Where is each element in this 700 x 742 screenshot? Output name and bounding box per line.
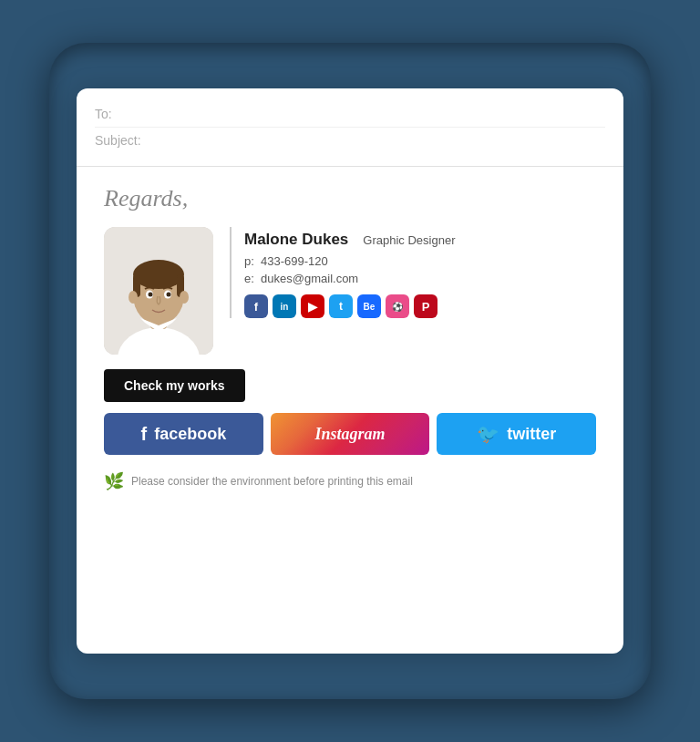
phone-label: p: bbox=[244, 254, 254, 268]
subject-field: Subject: bbox=[95, 128, 605, 153]
regards-text: Regards, bbox=[104, 185, 596, 212]
sig-phone: p: 433-699-120 bbox=[244, 254, 455, 268]
leaf-icon: 🌿 bbox=[104, 471, 124, 491]
email-value: dukes@gmail.com bbox=[261, 272, 358, 285]
svg-point-11 bbox=[129, 291, 138, 304]
twitter-button[interactable]: 🐦 twitter bbox=[437, 413, 596, 455]
svg-point-4 bbox=[133, 260, 184, 289]
dribbble-icon[interactable]: ⚽ bbox=[386, 294, 409, 318]
twitter-btn-icon: 🐦 bbox=[477, 423, 499, 445]
facebook-icon[interactable]: f bbox=[244, 294, 268, 318]
footer-text: Please consider the environment before p… bbox=[131, 475, 413, 488]
facebook-btn-icon: f bbox=[140, 424, 147, 445]
twitter-small-icon[interactable]: t bbox=[329, 294, 353, 318]
device-wrapper: To: Subject: Regards, bbox=[49, 43, 651, 699]
social-icons-row: f in ▶ t Be ⚽ P bbox=[244, 294, 455, 318]
linkedin-icon[interactable]: in bbox=[273, 294, 296, 318]
sig-title: Graphic Designer bbox=[363, 233, 455, 247]
twitter-btn-label: twitter bbox=[507, 425, 556, 444]
phone-value: 433-699-120 bbox=[261, 254, 328, 268]
sig-email: e: dukes@gmail.com bbox=[244, 272, 455, 285]
facebook-btn-label: facebook bbox=[154, 425, 226, 444]
svg-point-10 bbox=[167, 293, 171, 297]
email-label: e: bbox=[244, 272, 254, 285]
behance-icon[interactable]: Be bbox=[357, 294, 381, 318]
email-window: To: Subject: Regards, bbox=[77, 88, 623, 654]
email-body: Regards, bbox=[77, 167, 623, 654]
instagram-button[interactable]: Instagram bbox=[271, 413, 430, 455]
to-field: To: bbox=[95, 101, 605, 128]
social-buttons-row: f facebook Instagram 🐦 twitter bbox=[104, 413, 596, 455]
footer-note: 🌿 Please consider the environment before… bbox=[104, 468, 596, 491]
email-header: To: Subject: bbox=[77, 88, 623, 167]
signature-info: Malone Dukes Graphic Designer p: 433-699… bbox=[230, 227, 455, 318]
signature-card: Malone Dukes Graphic Designer p: 433-699… bbox=[104, 227, 596, 355]
instagram-btn-label: Instagram bbox=[314, 425, 385, 444]
pinterest-icon[interactable]: P bbox=[414, 294, 438, 318]
svg-point-12 bbox=[180, 291, 189, 304]
sig-name: Malone Dukes bbox=[244, 231, 348, 249]
check-works-button[interactable]: Check my works bbox=[104, 369, 245, 402]
youtube-icon[interactable]: ▶ bbox=[301, 294, 324, 318]
svg-point-9 bbox=[149, 293, 153, 297]
avatar bbox=[104, 227, 213, 355]
to-label: To: bbox=[95, 107, 112, 121]
subject-label: Subject: bbox=[95, 133, 141, 148]
facebook-button[interactable]: f facebook bbox=[104, 413, 263, 455]
